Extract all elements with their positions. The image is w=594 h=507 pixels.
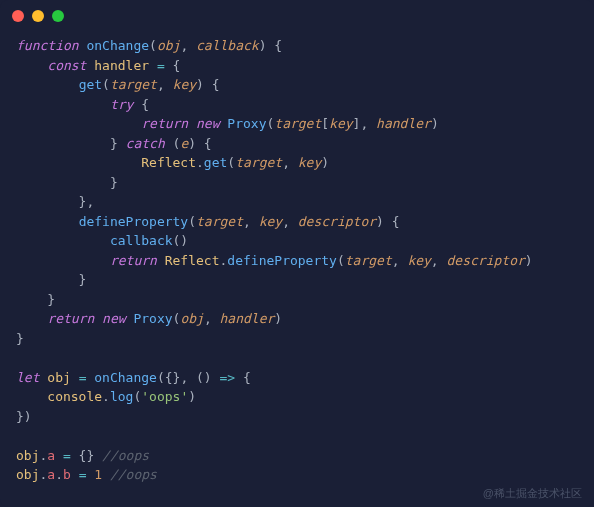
token-param: key (298, 155, 321, 170)
token-punct (71, 467, 79, 482)
token-punct: ) (525, 253, 533, 268)
token-punct (102, 467, 110, 482)
token-punct: { (235, 370, 251, 385)
code-editor[interactable]: function onChange(obj, callback) { const… (0, 28, 594, 489)
token-fn: callback (110, 233, 173, 248)
token-cmt: //oops (110, 467, 157, 482)
token-param: obj (180, 311, 203, 326)
token-prop: b (63, 467, 71, 482)
token-punct: { (165, 58, 181, 73)
token-var: obj (47, 370, 70, 385)
token-punct (71, 370, 79, 385)
code-line (16, 426, 578, 446)
token-punct: } (16, 331, 24, 346)
token-punct (16, 214, 79, 229)
token-punct (16, 97, 110, 112)
token-punct (16, 233, 110, 248)
code-line: }) (16, 407, 578, 427)
token-kw: new (196, 116, 219, 131)
token-param: obj (157, 38, 180, 53)
token-punct: ], (353, 116, 376, 131)
token-punct (16, 253, 110, 268)
minimize-icon[interactable] (32, 10, 44, 22)
token-punct (16, 77, 79, 92)
code-line: Reflect.get(target, key) (16, 153, 578, 173)
token-var: obj (16, 467, 39, 482)
token-param: key (259, 214, 282, 229)
token-param: target (196, 214, 243, 229)
token-punct: ) { (196, 77, 219, 92)
code-line: function onChange(obj, callback) { (16, 36, 578, 56)
token-var: Reflect (141, 155, 196, 170)
token-punct: , (204, 311, 220, 326)
token-kw: new (102, 311, 125, 326)
token-param: target (110, 77, 157, 92)
code-line: } catch (e) { (16, 134, 578, 154)
code-line: return new Proxy(obj, handler) (16, 309, 578, 329)
token-punct: , (180, 38, 196, 53)
token-punct (16, 389, 47, 404)
token-str: 'oops' (141, 389, 188, 404)
token-punct: ( (188, 214, 196, 229)
token-kw: try (110, 97, 133, 112)
token-punct: , (282, 214, 298, 229)
token-punct (55, 448, 63, 463)
token-ret: return (110, 253, 157, 268)
token-punct (188, 116, 196, 131)
token-ret: return (47, 311, 94, 326)
token-prop: a (47, 467, 55, 482)
code-line: try { (16, 95, 578, 115)
token-var: handler (94, 58, 149, 73)
token-kw: function (16, 38, 79, 53)
code-line: const handler = { (16, 56, 578, 76)
token-punct: }) (16, 409, 32, 424)
token-punct: } (16, 175, 118, 190)
token-fn: log (110, 389, 133, 404)
token-param: handler (376, 116, 431, 131)
token-punct: , (392, 253, 408, 268)
token-punct (16, 58, 47, 73)
token-punct: () (173, 233, 189, 248)
close-icon[interactable] (12, 10, 24, 22)
token-fn: onChange (86, 38, 149, 53)
code-line: let obj = onChange({}, () => { (16, 368, 578, 388)
token-op: = (63, 448, 71, 463)
token-fn: defineProperty (227, 253, 337, 268)
token-punct: {} (71, 448, 102, 463)
token-punct: } (16, 136, 126, 151)
token-punct (94, 311, 102, 326)
token-punct: . (102, 389, 110, 404)
token-punct: . (196, 155, 204, 170)
token-punct: , (157, 77, 173, 92)
token-punct (16, 116, 141, 131)
code-line: get(target, key) { (16, 75, 578, 95)
token-punct: ) { (188, 136, 211, 151)
token-kw: let (16, 370, 39, 385)
token-fn: get (204, 155, 227, 170)
token-var: console (47, 389, 102, 404)
token-op: => (220, 370, 236, 385)
token-param: key (407, 253, 430, 268)
token-ret: return (141, 116, 188, 131)
code-line: }, (16, 192, 578, 212)
token-param: target (274, 116, 321, 131)
token-punct: . (55, 467, 63, 482)
token-fn: Proxy (227, 116, 266, 131)
token-punct: ) { (259, 38, 282, 53)
code-line: obj.a = {} //oops (16, 446, 578, 466)
token-punct: , (243, 214, 259, 229)
token-punct: ( (149, 38, 157, 53)
token-punct: ) (321, 155, 329, 170)
token-cmt: //oops (102, 448, 149, 463)
token-param: key (329, 116, 352, 131)
token-fn: defineProperty (79, 214, 189, 229)
token-punct: } (16, 272, 86, 287)
token-fn: Proxy (133, 311, 172, 326)
code-line: return Reflect.defineProperty(target, ke… (16, 251, 578, 271)
code-line: return new Proxy(target[key], handler) (16, 114, 578, 134)
token-punct: , (431, 253, 447, 268)
code-line: } (16, 329, 578, 349)
token-param: key (173, 77, 196, 92)
zoom-icon[interactable] (52, 10, 64, 22)
token-param: descriptor (447, 253, 525, 268)
